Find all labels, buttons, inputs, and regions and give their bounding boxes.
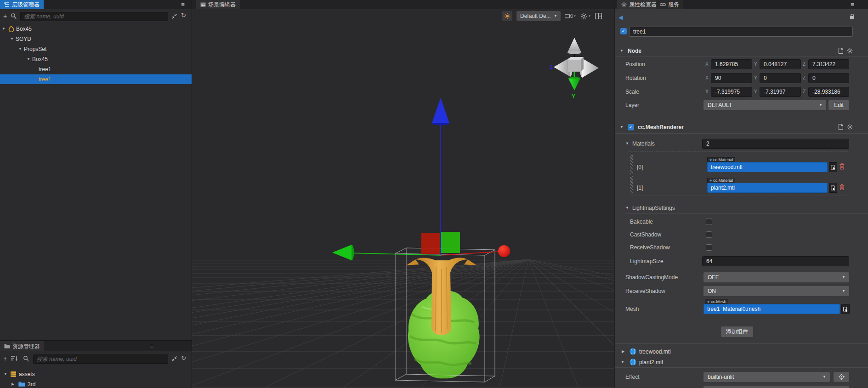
mesh-locate-button[interactable] bbox=[841, 304, 850, 314]
material-1-drag-handle[interactable] bbox=[630, 176, 633, 194]
material-0-field[interactable]: treewood.mtl bbox=[707, 162, 828, 172]
position-label: Position bbox=[625, 59, 645, 69]
camera-preset-dropdown[interactable]: Default De... ▼ bbox=[516, 11, 561, 21]
lighting-toggle-button[interactable] bbox=[502, 11, 512, 21]
asset-row-assets[interactable]: ▼ assets bbox=[0, 369, 192, 379]
node-active-checkbox[interactable]: ✓ bbox=[620, 28, 627, 34]
tree-row-tree1[interactable]: tree1 bbox=[0, 64, 192, 74]
tab-inspector[interactable]: 属性检查器 bbox=[617, 0, 661, 9]
rotation-z-field[interactable]: 0 bbox=[808, 73, 849, 83]
tree-row-label: tree1 bbox=[39, 74, 51, 84]
lightmapsize-field[interactable]: 64 bbox=[702, 256, 849, 266]
lock-icon[interactable] bbox=[849, 13, 855, 20]
gizmo-cone-green bbox=[332, 245, 352, 260]
meshrenderer-title: cc.MeshRenderer bbox=[638, 122, 684, 132]
axis-z-label: Z bbox=[803, 59, 806, 69]
material-1-delete-icon[interactable] bbox=[840, 184, 845, 190]
chevron-down-icon: ▼ bbox=[842, 272, 845, 282]
material-0-delete-icon[interactable] bbox=[840, 163, 845, 169]
scene-viewport[interactable]: Z X Y bbox=[192, 9, 614, 388]
hierarchy-search-input[interactable] bbox=[20, 12, 168, 21]
inspector-menu-icon[interactable]: ≡ bbox=[849, 1, 856, 8]
effect-dropdown[interactable]: builtin-unlit ▼ bbox=[703, 372, 830, 382]
scale-x-field[interactable]: -7.319975 bbox=[711, 87, 752, 97]
expand-caret-icon[interactable]: ▼ bbox=[4, 369, 7, 379]
add-component-button[interactable]: 添加组件 bbox=[721, 326, 753, 337]
scale-z-field[interactable]: -28.933186 bbox=[808, 87, 849, 97]
meshrenderer-caret[interactable]: ▼ bbox=[620, 122, 624, 132]
expand-caret-icon[interactable]: ▼ bbox=[2, 24, 6, 34]
position-y-field[interactable]: 0.048127 bbox=[760, 59, 801, 69]
collapse-all-icon[interactable] bbox=[171, 356, 177, 362]
chevron-down-icon: ▼ bbox=[819, 100, 823, 110]
scale-y-field[interactable]: -7.31997 bbox=[760, 87, 801, 97]
meshrenderer-enabled-checkbox[interactable]: ✓ bbox=[628, 124, 634, 130]
layout-button[interactable] bbox=[595, 13, 602, 19]
material-0-locate-button[interactable] bbox=[829, 162, 837, 172]
treewood-caret[interactable]: ▶ bbox=[622, 347, 624, 357]
mesh-field[interactable]: tree1_Material0.mesh bbox=[703, 304, 840, 314]
refresh-icon[interactable]: ↻ bbox=[181, 12, 186, 19]
create-asset-icon[interactable]: + bbox=[3, 355, 7, 362]
lightmap-caret[interactable]: ▼ bbox=[625, 203, 629, 213]
assets-search-input[interactable] bbox=[33, 354, 168, 364]
material-sphere-icon bbox=[630, 348, 636, 355]
tree-row-sgyd[interactable]: ▼ SGYD bbox=[0, 34, 192, 44]
tree-row-propsset[interactable]: ▼ PropsSet bbox=[0, 44, 192, 54]
tree-row-tree1-selected[interactable]: tree1 bbox=[0, 74, 192, 84]
materials-count-field[interactable]: 2 bbox=[702, 139, 849, 149]
scene-settings-button[interactable]: ▼ bbox=[580, 13, 591, 20]
node-section-caret[interactable]: ▼ bbox=[620, 46, 624, 56]
expand-caret-icon[interactable]: ▼ bbox=[27, 54, 30, 64]
material-0-value: treewood.mtl bbox=[711, 164, 743, 170]
bakeable-label: Bakeable bbox=[630, 217, 653, 227]
receiveshadow-checkbox[interactable] bbox=[706, 244, 712, 251]
sort-icon[interactable] bbox=[11, 356, 18, 362]
camera-preset-value: Default De... bbox=[520, 13, 551, 19]
layout-grid-icon bbox=[595, 13, 602, 19]
tab-scene[interactable]: 场景编辑器 bbox=[196, 0, 240, 9]
rotation-y-field[interactable]: 0 bbox=[760, 73, 801, 83]
meshrenderer-gear-icon[interactable] bbox=[847, 124, 853, 130]
layer-dropdown[interactable]: DEFAULT ▼ bbox=[703, 100, 826, 110]
material-1-field[interactable]: plant2.mtl bbox=[707, 183, 828, 193]
bakeable-checkbox[interactable] bbox=[706, 219, 712, 225]
tab-services[interactable]: 服务 bbox=[656, 0, 683, 9]
expand-caret-icon[interactable]: ▶ bbox=[11, 379, 14, 388]
refresh-icon[interactable]: ↻ bbox=[181, 354, 186, 361]
plant2-caret[interactable]: ▼ bbox=[621, 357, 624, 367]
materials-caret[interactable]: ▼ bbox=[625, 139, 629, 149]
assets-menu-icon[interactable]: ≡ bbox=[148, 343, 155, 350]
asset-row-3rd[interactable]: ▶ 3rd bbox=[0, 379, 192, 388]
tree-row-box45[interactable]: ▼ Box45 bbox=[0, 54, 192, 64]
search-filter-icon[interactable] bbox=[11, 13, 17, 19]
receiveshadow-dropdown[interactable]: ON ▼ bbox=[703, 286, 849, 296]
expand-caret-icon[interactable]: ▼ bbox=[10, 34, 14, 44]
history-back-button[interactable]: ◀ bbox=[618, 13, 623, 22]
material-1-locate-button[interactable] bbox=[829, 183, 837, 193]
tree-row-box45-root[interactable]: ▼ Box45 bbox=[0, 24, 192, 34]
search-filter-icon[interactable] bbox=[23, 355, 29, 362]
collapse-all-icon[interactable] bbox=[171, 13, 177, 19]
material-0-drag-handle[interactable] bbox=[630, 155, 633, 174]
scene-tabbar: 场景编辑器 bbox=[192, 0, 614, 9]
expand-caret-icon[interactable]: ▼ bbox=[18, 44, 22, 54]
tab-hierarchy[interactable]: 层级管理器 bbox=[0, 0, 44, 9]
castshadow-label: CastShadow bbox=[630, 230, 661, 240]
material-0-index: [0] bbox=[637, 162, 643, 172]
camera-menu-button[interactable]: ▼ bbox=[565, 13, 576, 19]
position-z-field[interactable]: 7.313422 bbox=[808, 59, 849, 69]
node-gear-icon[interactable] bbox=[847, 48, 853, 54]
node-doc-icon[interactable] bbox=[838, 48, 843, 54]
castshadow-checkbox[interactable] bbox=[706, 231, 712, 238]
position-x-field[interactable]: 1.629785 bbox=[711, 59, 752, 69]
hierarchy-menu-icon[interactable]: ≡ bbox=[179, 1, 187, 8]
node-name-field[interactable]: tree1 bbox=[629, 27, 853, 37]
shadowcastingmode-dropdown[interactable]: OFF ▼ bbox=[703, 272, 849, 282]
meshrenderer-doc-icon[interactable] bbox=[838, 124, 843, 130]
tab-assets[interactable]: 资源管理器 bbox=[0, 341, 44, 351]
create-node-icon[interactable]: + bbox=[3, 12, 7, 20]
effect-locate-button[interactable] bbox=[834, 372, 849, 382]
rotation-x-field[interactable]: 90 bbox=[711, 73, 752, 83]
layer-edit-button[interactable]: Edit bbox=[828, 100, 849, 110]
